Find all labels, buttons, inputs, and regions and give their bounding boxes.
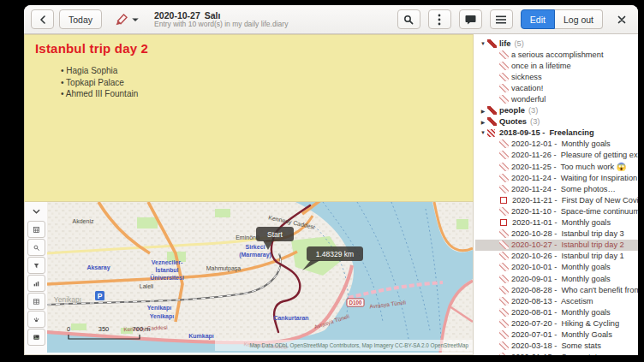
entry-label: 2020-07-01 - Monthly Goals — [511, 330, 612, 339]
search-button[interactable] — [397, 9, 420, 29]
search-map-button[interactable] — [27, 239, 45, 256]
entry-count: (5) — [514, 39, 523, 48]
tree-row[interactable]: 2020-08-28 - Who can't benefit from … — [475, 284, 638, 295]
expander-icon[interactable]: ▶ — [479, 108, 487, 114]
entry-bullet-list: Hagia SophiaTopkapi PalaceAhmed III Foun… — [61, 65, 462, 100]
tree-row[interactable]: 2020-10-27 - Istanbul trip day 2 — [475, 240, 638, 251]
more-options-button[interactable] — [428, 9, 451, 29]
map[interactable]: P D100 AkdenizAksarayVezneciler-İstanbul… — [47, 202, 473, 354]
filter-button[interactable] — [27, 257, 45, 274]
pencil-icon — [112, 12, 129, 27]
entry-label: 2020-11-01 - Monthly goals — [512, 218, 611, 227]
hamburger-menu-icon — [496, 15, 506, 24]
tree-row[interactable]: ▶ Quotes (3) — [475, 116, 638, 128]
entry-label: 2020-08-13 - Ascetism — [511, 297, 593, 306]
entry-text-view[interactable]: Istanbul trip day 2 Hagia SophiaTopkapi … — [24, 34, 474, 202]
tree-row[interactable]: 2020-11-24 - Some photos… — [475, 183, 638, 194]
expander-icon[interactable]: ▶ — [479, 119, 487, 125]
entry-label: wonderful — [511, 95, 546, 104]
tree-row[interactable]: vacation! — [475, 82, 638, 93]
expander-icon[interactable]: ▼ — [479, 41, 487, 46]
entry-icon — [499, 151, 509, 159]
entry-icon — [499, 286, 509, 294]
tree-row[interactable]: a serious accomplishment — [475, 49, 638, 60]
map-label: Eminönü — [236, 234, 259, 240]
paw-button[interactable] — [27, 311, 45, 328]
entry-label: 2020-08-28 - Who can't benefit from … — [511, 286, 638, 294]
map-canvas: P D100 AkdenizAksarayVezneciler-İstanbul… — [47, 202, 473, 353]
paw-icon — [33, 315, 39, 324]
close-window-button[interactable] — [612, 10, 631, 29]
tree-row[interactable]: 2020-10-26 - Istanbul trip day 1 — [475, 251, 638, 262]
edit-button[interactable]: Edit — [521, 9, 555, 29]
map-label: Sirkeci — [246, 244, 265, 250]
tree-row[interactable]: 2020-08-13 - Ascetism — [475, 295, 638, 306]
chart-button[interactable] — [27, 275, 45, 292]
calendar-button[interactable] — [27, 221, 45, 238]
tree-row[interactable]: wonderful — [475, 93, 638, 104]
tree-row[interactable]: 2020-11-10 - Space-time continuum — [475, 205, 638, 217]
collapse-panel-button[interactable] — [27, 203, 45, 220]
tree-row[interactable]: 2020-11-24 - Waiting for Inspiration… — [475, 172, 638, 183]
tree-row[interactable]: 2020-11-25 - Too much work 😱 — [475, 161, 638, 172]
entry-bullet: Topkapi Palace — [61, 77, 462, 89]
entry-icon — [499, 263, 509, 271]
main-menu-button[interactable] — [490, 9, 513, 29]
svg-text:Start: Start — [267, 230, 283, 239]
entry-label: 2020-11-24 - Waiting for Inspiration… — [511, 174, 638, 182]
photo-icon — [33, 333, 39, 341]
entry-icon — [499, 139, 509, 148]
bar-chart-icon — [33, 279, 39, 288]
entry-label: a serious accomplishment — [511, 50, 603, 59]
tree-row[interactable]: 2020-12-01 - Monthly goals — [475, 139, 638, 150]
entry-icon — [499, 174, 509, 182]
entry-icon — [499, 50, 509, 59]
map-label: Üniversitesi — [150, 274, 184, 281]
edit-logout-group: Edit Log out — [521, 9, 603, 29]
tree-row[interactable]: ▼ 2018-09-15 - Freelancing — [475, 128, 638, 139]
tree-row[interactable]: sickness — [475, 71, 638, 82]
tree-row[interactable]: 2020-10-01 - Monthly goals — [475, 262, 638, 273]
entry-label: 2020-11-26 - Pleasure of getting exac… — [511, 151, 638, 159]
expander-icon[interactable]: ▼ — [479, 130, 487, 135]
comments-button[interactable] — [459, 9, 482, 29]
tree-row[interactable]: 2020-09-01 - Monthly goals — [475, 273, 638, 284]
tree-row[interactable]: 2020-07-20 - Hiking & Cycling — [475, 317, 638, 329]
header-bar: Today 2020-10-27Salı Entry with 10 word(… — [24, 5, 638, 34]
map-label: İstanbul — [156, 267, 179, 273]
entry-icon — [499, 229, 509, 238]
tree-row[interactable]: 2020-07-01 - Monthly Goals — [475, 329, 638, 340]
entry-label: vacation! — [511, 84, 543, 92]
entry-count: (3) — [530, 117, 540, 126]
parking-icon: P — [95, 291, 104, 300]
svg-text:0: 0 — [67, 325, 70, 333]
content-area: Istanbul trip day 2 Hagia SophiaTopkapi … — [24, 34, 638, 355]
tree-row[interactable]: 2020-03-18 - Some stats — [475, 341, 638, 352]
entry-icon — [499, 163, 509, 171]
tree-row[interactable]: 2020-08-01 - Monthly goals — [475, 306, 638, 317]
tree-row[interactable]: once in a lifetime — [475, 60, 638, 71]
back-button[interactable] — [31, 9, 54, 29]
table-button[interactable] — [27, 293, 45, 310]
logout-button[interactable]: Log out — [555, 9, 603, 29]
entry-pane: Istanbul trip day 2 Hagia SophiaTopkapi … — [24, 34, 475, 355]
svg-text:1.48329 km: 1.48329 km — [316, 250, 354, 258]
entry-icon — [499, 353, 509, 355]
tree-row[interactable]: ▶ people (3) — [475, 105, 638, 116]
photo-button[interactable] — [27, 329, 45, 346]
tree-row[interactable]: 2020-01-15 - Some stats — [475, 352, 638, 355]
tree-row[interactable]: 2020-11-26 - Pleasure of getting exac… — [475, 150, 638, 161]
entry-label: 2020-10-26 - Istanbul trip day 1 — [511, 252, 624, 260]
chevron-down-icon — [33, 209, 40, 214]
entry-label: 2018-09-15 - Freelancing — [499, 128, 594, 137]
tree-row[interactable]: 2020-11-01 - Monthly goals — [475, 217, 638, 228]
tree-row[interactable]: 2020-11-21 - First Day of New Covid R… — [475, 194, 638, 205]
entry-icon — [499, 240, 509, 249]
tree-row[interactable]: ▼ life (5) — [475, 38, 638, 49]
calendar-icon — [33, 225, 39, 234]
map-label: Vezneciler- — [152, 259, 183, 265]
entry-label: 2020-10-01 - Monthly goals — [511, 263, 611, 271]
today-button[interactable]: Today — [59, 9, 102, 29]
tree-row[interactable]: 2020-10-28 - Istanbul trip day 3 — [475, 228, 638, 240]
edit-pencil-menu-button[interactable] — [109, 9, 142, 29]
